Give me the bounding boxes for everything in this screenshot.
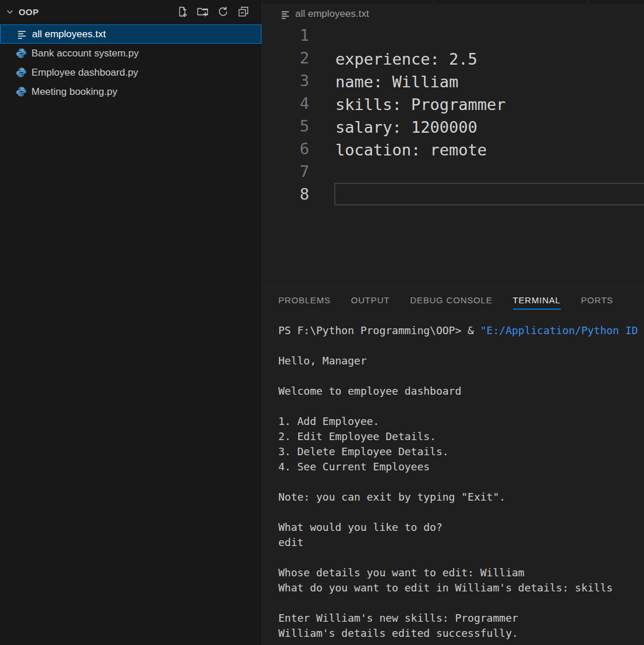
- panel-tab-problems[interactable]: PROBLEMS: [278, 295, 331, 310]
- panel-tab-output[interactable]: OUTPUT: [351, 295, 390, 310]
- panel-tab-debug-console[interactable]: DEBUG CONSOLE: [410, 295, 492, 310]
- line-number: 5: [262, 115, 309, 137]
- terminal-text: What do you want to edit in William's de…: [278, 582, 613, 594]
- folder-title: OOP: [19, 7, 39, 17]
- terminal-text-blue: "E:/Application/Python ID: [480, 324, 638, 336]
- new-file-icon: [176, 6, 188, 17]
- file-row[interactable]: Employee dashboard.py: [0, 63, 261, 82]
- terminal-text: 2. Edit Employee Details.: [278, 430, 436, 442]
- line-content: skills: Programmer: [334, 92, 644, 115]
- terminal-line: 2. Edit Employee Details.: [278, 429, 644, 444]
- file-row[interactable]: Bank account system.py: [0, 44, 261, 63]
- terminal-line: [278, 338, 644, 353]
- file-name: Bank account system.py: [31, 48, 139, 59]
- chevron-down-icon: [5, 7, 15, 16]
- text-file-icon: [280, 9, 291, 19]
- terminal-text: William's details edited successfully.: [278, 627, 518, 639]
- terminal-text: Note: you can exit by typing "Exit".: [278, 491, 505, 503]
- terminal-text: 4. See Current Employees: [278, 460, 430, 473]
- editor-region: all employees.txt 12experience: 2.53name…: [262, 0, 644, 645]
- terminal-text: Whose details you want to edit: William: [278, 566, 525, 579]
- terminal-text: Enter William's new skills: Programmer: [278, 612, 518, 624]
- panel-tab-ports[interactable]: PORTS: [581, 295, 613, 310]
- python-file-icon: [16, 48, 27, 59]
- terminal-line: PS F:\Python Programming\OOP> & "E:/Appl…: [278, 323, 644, 338]
- terminal-line: [278, 474, 644, 490]
- file-name: Meeting booking.py: [31, 86, 117, 98]
- terminal-line: Whose details you want to edit: William: [278, 565, 644, 580]
- line-number: 8: [262, 183, 309, 205]
- terminal-line: [278, 399, 644, 414]
- panel-tab-bar: PROBLEMSOUTPUTDEBUG CONSOLETERMINALPORTS: [262, 287, 644, 310]
- line-content: [334, 160, 644, 183]
- terminal-line: William's details edited successfully.: [278, 626, 644, 641]
- editor-line[interactable]: 4skills: Programmer: [262, 92, 644, 115]
- editor-line[interactable]: 6location: remote: [262, 137, 644, 160]
- line-content: [334, 183, 644, 205]
- terminal-line: What do you want to edit in William's de…: [278, 580, 644, 596]
- editor-line[interactable]: 1: [262, 24, 644, 47]
- line-number: 1: [262, 24, 309, 47]
- terminal-text: edit: [278, 536, 303, 548]
- line-content: experience: 2.5: [334, 47, 644, 69]
- vscode-window: OOP all employees.txtBank account system…: [0, 0, 644, 645]
- terminal-line: Hello, Manager: [278, 353, 644, 368]
- line-number: 3: [262, 69, 309, 92]
- terminal-line: 3. Delete Employee Details.: [278, 444, 644, 459]
- explorer-section-header[interactable]: OOP: [0, 0, 261, 23]
- terminal-text: 3. Delete Employee Details.: [278, 445, 449, 458]
- line-content: location: remote: [334, 137, 644, 160]
- refresh-icon: [217, 6, 229, 17]
- terminal-line: edit: [278, 535, 644, 550]
- panel-tab-terminal[interactable]: TERMINAL: [513, 295, 561, 310]
- terminal-line: [278, 596, 644, 611]
- terminal-output[interactable]: PS F:\Python Programming\OOP> & "E:/Appl…: [262, 310, 644, 641]
- file-name: all employees.txt: [32, 29, 106, 40]
- breadcrumb[interactable]: all employees.txt: [262, 3, 644, 24]
- explorer-sidebar: OOP all employees.txtBank account system…: [0, 0, 262, 645]
- terminal-line: [278, 505, 644, 520]
- code-editor[interactable]: 12experience: 2.53name: William4skills: …: [262, 24, 644, 286]
- file-row[interactable]: all employees.txt: [0, 24, 261, 44]
- terminal-text: Welcome to employee dashboard: [278, 385, 461, 397]
- terminal-text: What would you like to do?: [278, 521, 443, 533]
- explorer-actions: [176, 5, 250, 18]
- terminal-text: 1. Add Employee.: [278, 415, 379, 427]
- line-content: name: William: [334, 69, 644, 92]
- terminal-line: 1. Add Employee.: [278, 414, 644, 429]
- terminal-line: What would you like to do?: [278, 520, 644, 535]
- editor-line[interactable]: 7: [262, 160, 644, 183]
- editor-line[interactable]: 5salary: 1200000: [262, 115, 644, 137]
- terminal-line: [278, 368, 644, 384]
- terminal-line: Enter William's new skills: Programmer: [278, 611, 644, 626]
- new-folder-button[interactable]: [196, 5, 209, 18]
- line-number: 7: [262, 160, 309, 183]
- bottom-panel: PROBLEMSOUTPUTDEBUG CONSOLETERMINALPORTS…: [262, 286, 644, 645]
- terminal-line: Note: you can exit by typing "Exit".: [278, 490, 644, 505]
- editor-line[interactable]: 8: [262, 183, 644, 205]
- file-name: Employee dashboard.py: [31, 67, 138, 79]
- line-content: [334, 24, 644, 47]
- line-number: 6: [262, 137, 309, 160]
- terminal-text: PS F:\Python Programming\OOP> &: [278, 324, 480, 336]
- editor-line[interactable]: 3name: William: [262, 69, 644, 92]
- line-number: 2: [262, 47, 309, 69]
- new-file-button[interactable]: [176, 5, 189, 18]
- file-row[interactable]: Meeting booking.py: [0, 82, 261, 101]
- terminal-line: [278, 550, 644, 565]
- tab-bar-strip: [262, 0, 644, 3]
- collapse-folders-button[interactable]: [237, 5, 250, 18]
- line-number: 4: [262, 92, 309, 115]
- line-content: salary: 1200000: [334, 115, 644, 137]
- terminal-text: Hello, Manager: [278, 355, 367, 367]
- editor-line[interactable]: 2experience: 2.5: [262, 47, 644, 69]
- python-file-icon: [16, 67, 27, 78]
- terminal-line: Welcome to employee dashboard: [278, 384, 644, 399]
- terminal-line: 4. See Current Employees: [278, 459, 644, 474]
- collapse-all-icon: [238, 6, 249, 17]
- tab-divider: [434, 0, 434, 3]
- python-file-icon: [16, 86, 27, 97]
- refresh-explorer-button[interactable]: [217, 5, 229, 18]
- file-list: all employees.txtBank account system.pyE…: [0, 24, 261, 101]
- text-file-icon: [16, 29, 27, 40]
